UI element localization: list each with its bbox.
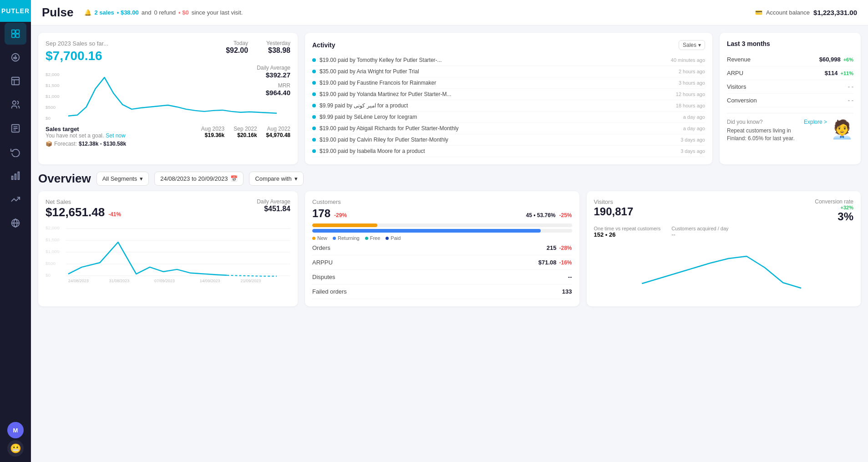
- failed-label: Failed orders: [312, 288, 347, 295]
- activity-title: Activity: [312, 41, 335, 49]
- set-now-link[interactable]: Set now: [106, 132, 125, 139]
- activity-dot: [312, 138, 316, 142]
- customers-card: Customers 178 -29% 45 • 53.76% -25%: [305, 191, 579, 306]
- sidebar-item-customers[interactable]: [5, 94, 26, 116]
- activity-dot: [312, 115, 316, 119]
- customers-badge: -29%: [334, 212, 347, 218]
- sidebar-item-globe[interactable]: [5, 212, 26, 234]
- metric-label: Revenue: [727, 56, 751, 63]
- bell-icon: 🔔: [84, 9, 91, 16]
- main-content: Pulse 🔔 2 sales • $38.00 and 0 refund • …: [31, 0, 868, 462]
- sidebar-item-trends[interactable]: [5, 188, 26, 210]
- svg-text:$1,000: $1,000: [46, 94, 60, 99]
- orders-label: Orders: [312, 244, 330, 251]
- segment-dropdown[interactable]: All Segments ▾: [96, 172, 149, 186]
- sidebar-item-orders[interactable]: [5, 117, 26, 139]
- ns-daily-avg-value: $451.84: [257, 205, 290, 213]
- metric-value: $114 +11%: [825, 70, 853, 76]
- sidebar-item-dashboard[interactable]: [5, 23, 26, 45]
- legend-paid: Paid: [386, 235, 401, 241]
- overview-grid: Net Sales $12,651.48 -41% Daily Average …: [38, 191, 861, 306]
- metric-row-revenue: Revenue $60,998 +6%: [727, 53, 853, 66]
- sidebar-item-reports[interactable]: [5, 70, 26, 92]
- activity-dot: [312, 92, 316, 96]
- visitors-label: Visitors: [594, 198, 634, 205]
- activity-text: $19.00 paid by Yolanda Martinez for Putl…: [320, 91, 672, 97]
- sidebar-item-refunds[interactable]: [5, 141, 26, 163]
- notification-amount2: • $0: [178, 9, 189, 16]
- legend-returning-label: Returning: [338, 235, 360, 241]
- avatar-emoji[interactable]: 😬: [7, 440, 24, 457]
- svg-text:$0: $0: [46, 116, 51, 121]
- activity-text: $35.00 paid by Aria Wright for Putler Tr…: [320, 68, 675, 75]
- svg-text:$1,000: $1,000: [46, 249, 60, 254]
- last3-title: Last 3 months: [727, 40, 853, 47]
- activity-time: a day ago: [683, 126, 705, 131]
- svg-text:21/09/2023: 21/09/2023: [240, 279, 261, 283]
- activity-time: 3 hours ago: [679, 80, 705, 86]
- disputes-row: Disputes --: [312, 270, 572, 284]
- failed-value: 133: [562, 288, 572, 295]
- chevron-down-icon: ▾: [294, 175, 298, 182]
- metric-label: Conversion: [727, 97, 757, 104]
- dyk-text: Repeat customers living in Finland: 6.05…: [727, 127, 809, 142]
- dyk-illustration: 🧑‍💼: [831, 119, 853, 142]
- pulse-section: Sep 2023 Sales so far... $7,700.16 Today…: [38, 33, 861, 164]
- arppu-value: $71.08 -16%: [538, 259, 572, 266]
- notification-sales: 2 sales: [94, 9, 114, 16]
- activity-dot: [312, 58, 316, 62]
- today-label: Today: [226, 40, 248, 46]
- disputes-label: Disputes: [312, 274, 335, 280]
- dyk-label: Did you know?: [727, 119, 763, 125]
- chevron-down-icon: ▾: [698, 42, 701, 48]
- arppu-label: ARPPU: [312, 259, 333, 266]
- one-time-value: 152 • 26: [594, 231, 661, 238]
- svg-text:$500: $500: [46, 105, 56, 110]
- date-range-picker[interactable]: 24/08/2023 to 20/09/2023 📅: [154, 172, 244, 186]
- sidebar-item-analytics[interactable]: [5, 165, 26, 187]
- legend-row: New Returning Free Paid: [312, 235, 572, 241]
- activity-text: $19.00 paid by Faustine Francois for Rai…: [320, 80, 675, 86]
- sales-target-label: Sales target: [46, 126, 126, 132]
- metric-row-visitors: Visitors - -: [727, 80, 853, 94]
- svg-rect-5: [12, 77, 20, 85]
- chevron-down-icon: ▾: [140, 175, 143, 182]
- conversion-label: Conversion rate: [815, 198, 853, 205]
- customer-bars: [312, 223, 572, 233]
- activity-dot: [312, 104, 316, 107]
- sales-amount: $7,700.16: [46, 49, 108, 63]
- activity-filter[interactable]: Sales ▾: [679, 40, 705, 50]
- svg-text:14/09/2023: 14/09/2023: [200, 279, 220, 283]
- net-sales-value: $12,651.48: [46, 205, 105, 219]
- legend-returning: Returning: [333, 235, 360, 241]
- compare-with-button[interactable]: Compare with ▾: [249, 172, 303, 186]
- compare-label: Compare with: [255, 175, 291, 182]
- activity-item: $19.00 paid by Calvin Riley for Putler S…: [312, 134, 705, 146]
- svg-rect-0: [12, 30, 15, 33]
- overview-section: Overview All Segments ▾ 24/08/2023 to 20…: [38, 172, 861, 306]
- notification-amount1: • $38.00: [117, 9, 139, 16]
- activity-item: $9.99 paid by امیر کوتی for a product 18…: [312, 100, 705, 112]
- svg-text:$500: $500: [46, 261, 56, 266]
- legend-new: New: [312, 235, 327, 241]
- orders-value: 215 -28%: [547, 244, 572, 251]
- net-sales-chart: $2,000 $1,500 $1,000 $500 $0: [46, 224, 290, 283]
- visitors-card: Visitors 190,817 Conversion rate +32% 3%: [587, 191, 861, 306]
- notification-and: and: [142, 9, 152, 16]
- explore-link[interactable]: Explore >: [804, 119, 827, 125]
- metric-row-conversion: Conversion - -: [727, 94, 853, 107]
- metric-label: Visitors: [727, 83, 746, 90]
- svg-text:24/08/2023: 24/08/2023: [68, 279, 89, 283]
- header-notification: 🔔 2 sales • $38.00 and 0 refund • $0 sin…: [84, 9, 748, 16]
- acquired-label: Customers acquired / day: [671, 226, 728, 231]
- avatar-m[interactable]: M: [7, 422, 24, 438]
- account-balance: $1,223,331.00: [813, 9, 857, 16]
- sidebar-item-revenue[interactable]: [5, 46, 26, 68]
- svg-point-6: [13, 101, 16, 104]
- overview-header: Overview All Segments ▾ 24/08/2023 to 20…: [38, 172, 861, 186]
- sales-target-sub: You have not set a goal.: [46, 132, 104, 139]
- daily-avg-label: Daily Average: [257, 65, 290, 71]
- customers-stat1: 45 • 53.76%: [526, 212, 556, 218]
- activity-time: 3 days ago: [680, 148, 705, 154]
- activity-item: $19.00 paid by Isabella Moore for a prod…: [312, 146, 705, 157]
